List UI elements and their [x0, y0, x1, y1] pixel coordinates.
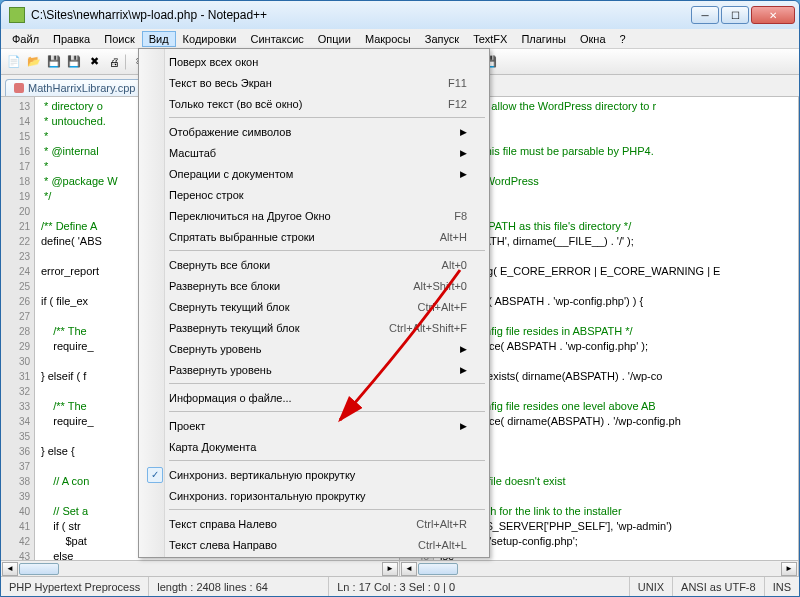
menu-shortcut: F11	[448, 77, 467, 89]
menu-item[interactable]: Масштаб▶	[141, 142, 487, 163]
menu-item[interactable]: Свернуть текущий блокCtrl+Alt+F	[141, 296, 487, 317]
menu-item-label: Развернуть все блоки	[169, 280, 280, 292]
menu-item[interactable]: Перенос строк	[141, 184, 487, 205]
menu-item-поиск[interactable]: Поиск	[97, 31, 141, 47]
submenu-arrow-icon: ▶	[460, 169, 467, 179]
tab-label: MathHarrixLibrary.cpp	[28, 82, 135, 94]
menu-item-?[interactable]: ?	[613, 31, 633, 47]
close-button[interactable]: ✕	[751, 6, 795, 24]
menu-item[interactable]: Отображение символов▶	[141, 121, 487, 142]
menu-item[interactable]: Переключиться на Другое ОкноF8	[141, 205, 487, 226]
scroll-right-icon[interactable]: ►	[781, 562, 797, 576]
status-language: PHP Hypertext Preprocess	[1, 577, 149, 596]
menu-item[interactable]: Развернуть уровень▶	[141, 359, 487, 380]
menu-separator	[169, 411, 485, 412]
menu-item-label: Информация о файле...	[169, 392, 292, 404]
menu-shortcut: Ctrl+Alt+Shift+F	[389, 322, 467, 334]
menu-item-кодировки[interactable]: Кодировки	[176, 31, 244, 47]
menu-shortcut: Alt+0	[442, 259, 467, 271]
new-file-icon[interactable]: 📄	[5, 53, 23, 71]
menu-item[interactable]: Только текст (во всё окно)F12	[141, 93, 487, 114]
hscrollbar-right[interactable]: ◄ ►	[400, 560, 798, 576]
submenu-arrow-icon: ▶	[460, 127, 467, 137]
menu-item-label: Операции с документом	[169, 168, 293, 180]
menu-item-синтаксис[interactable]: Синтаксис	[244, 31, 311, 47]
menu-item[interactable]: ✓Синхрониз. вертикальную прокрутку	[141, 464, 487, 485]
menu-item-label: Синхрониз. вертикальную прокрутку	[169, 469, 355, 481]
app-icon	[9, 7, 25, 23]
menu-item-label: Отображение символов	[169, 126, 291, 138]
separator	[125, 54, 129, 70]
menu-item-окна[interactable]: Окна	[573, 31, 613, 47]
menu-item-label: Свернуть уровень	[169, 343, 262, 355]
statusbar: PHP Hypertext Preprocess length : 2408 l…	[1, 576, 799, 596]
menu-item-правка[interactable]: Правка	[46, 31, 97, 47]
status-position: Ln : 17 Col : 3 Sel : 0 | 0	[329, 577, 630, 596]
document-tab[interactable]: MathHarrixLibrary.cpp	[5, 79, 144, 96]
menu-item[interactable]: Текст слева НаправоCtrl+Alt+L	[141, 534, 487, 555]
menu-item-запуск[interactable]: Запуск	[418, 31, 466, 47]
menu-item-textfx[interactable]: TextFX	[466, 31, 514, 47]
menu-separator	[169, 460, 485, 461]
menu-item-label: Синхрониз. горизонтальную прокрутку	[169, 490, 366, 502]
menu-item-label: Текст во весь Экран	[169, 77, 272, 89]
window-buttons: ─ ☐ ✕	[691, 6, 795, 24]
window-title: C:\Sites\newharrix\wp-load.php - Notepad…	[31, 8, 691, 22]
menu-shortcut: F12	[448, 98, 467, 110]
maximize-button[interactable]: ☐	[721, 6, 749, 24]
menu-separator	[169, 250, 485, 251]
hscrollbar-left[interactable]: ◄ ►	[1, 560, 399, 576]
menu-separator	[169, 117, 485, 118]
menu-item[interactable]: Свернуть уровень▶	[141, 338, 487, 359]
menu-item[interactable]: Карта Документа	[141, 436, 487, 457]
menu-item[interactable]: Синхрониз. горизонтальную прокрутку	[141, 485, 487, 506]
menu-item-файл[interactable]: Файл	[5, 31, 46, 47]
scroll-thumb[interactable]	[418, 563, 458, 575]
status-length: length : 2408 lines : 64	[149, 577, 329, 596]
save-all-icon[interactable]: 💾	[65, 53, 83, 71]
check-icon: ✓	[147, 467, 163, 483]
menu-separator	[169, 383, 485, 384]
menu-item[interactable]: Информация о файле...	[141, 387, 487, 408]
menu-item-плагины[interactable]: Плагины	[514, 31, 573, 47]
menu-shortcut: F8	[454, 210, 467, 222]
menu-item-вид[interactable]: Вид	[142, 31, 176, 47]
scroll-thumb[interactable]	[19, 563, 59, 575]
titlebar[interactable]: C:\Sites\newharrix\wp-load.php - Notepad…	[1, 1, 799, 29]
menu-item-label: Проект	[169, 420, 205, 432]
submenu-arrow-icon: ▶	[460, 365, 467, 375]
open-file-icon[interactable]: 📂	[25, 53, 43, 71]
menu-item-label: Развернуть уровень	[169, 364, 272, 376]
menu-item-label: Свернуть все блоки	[169, 259, 270, 271]
scroll-track[interactable]	[418, 562, 780, 576]
print-icon[interactable]: 🖨	[105, 53, 123, 71]
menu-item[interactable]: Развернуть текущий блокCtrl+Alt+Shift+F	[141, 317, 487, 338]
menu-item[interactable]: Текст справа НалевоCtrl+Alt+R	[141, 513, 487, 534]
menu-shortcut: Ctrl+Alt+L	[418, 539, 467, 551]
menu-item-label: Текст справа Налево	[169, 518, 277, 530]
scroll-left-icon[interactable]: ◄	[401, 562, 417, 576]
scroll-left-icon[interactable]: ◄	[2, 562, 18, 576]
scroll-track[interactable]	[19, 562, 381, 576]
menu-shortcut: Alt+H	[440, 231, 467, 243]
tab-modified-icon	[14, 83, 24, 93]
menu-item[interactable]: Проект▶	[141, 415, 487, 436]
line-gutter: 1314151617181920212223242526272829303132…	[1, 97, 35, 576]
minimize-button[interactable]: ─	[691, 6, 719, 24]
menu-item[interactable]: Операции с документом▶	[141, 163, 487, 184]
menu-item[interactable]: Текст во весь ЭкранF11	[141, 72, 487, 93]
save-icon[interactable]: 💾	[45, 53, 63, 71]
close-file-icon[interactable]: ✖	[85, 53, 103, 71]
menu-item-опции[interactable]: Опции	[311, 31, 358, 47]
menu-item-label: Спрятать выбранные строки	[169, 231, 315, 243]
menu-item[interactable]: Поверх всех окон	[141, 51, 487, 72]
status-encoding: ANSI as UTF-8	[673, 577, 765, 596]
scroll-right-icon[interactable]: ►	[382, 562, 398, 576]
menu-item-label: Развернуть текущий блок	[169, 322, 300, 334]
menu-item[interactable]: Развернуть все блокиAlt+Shift+0	[141, 275, 487, 296]
menu-item-label: Переключиться на Другое Окно	[169, 210, 331, 222]
menu-item[interactable]: Спрятать выбранные строкиAlt+H	[141, 226, 487, 247]
menu-item-макросы[interactable]: Макросы	[358, 31, 418, 47]
menu-item[interactable]: Свернуть все блокиAlt+0	[141, 254, 487, 275]
menu-shortcut: Ctrl+Alt+F	[417, 301, 467, 313]
